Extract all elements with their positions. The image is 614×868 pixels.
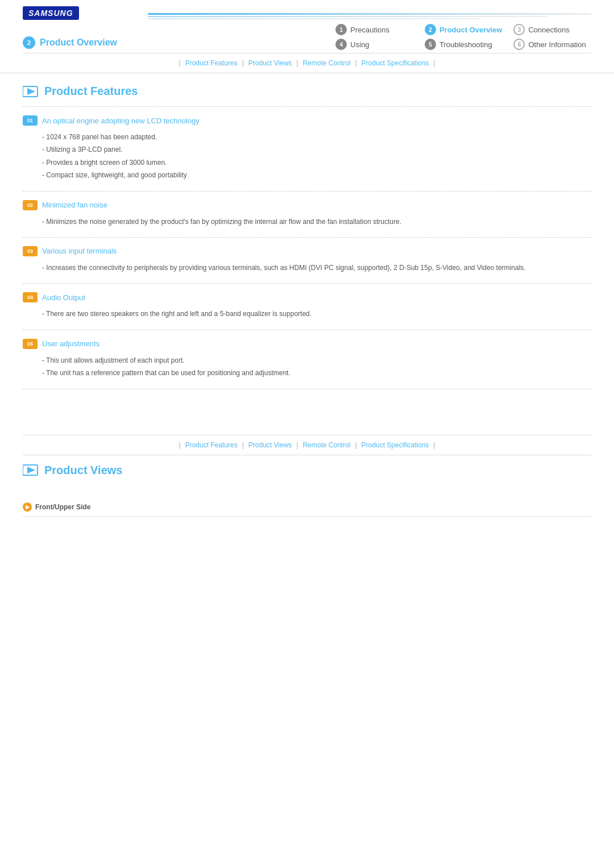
- product-features-header: Product Features: [23, 85, 591, 98]
- sub-label-1: Front/Upper Side: [35, 503, 90, 511]
- section-number: 2: [23, 36, 35, 49]
- feature-3-heading: 03 Various input terminals: [23, 246, 591, 256]
- feature-3-item-1: - Increases the connectivity to peripher…: [42, 262, 591, 273]
- nav-label-3: Connections: [528, 26, 569, 34]
- nav-label-5: Troubleshooting: [439, 40, 492, 49]
- nav-label-1: Precautions: [350, 26, 389, 34]
- sep-2: |: [296, 59, 298, 67]
- feature-3-content: - Increases the connectivity to peripher…: [23, 262, 591, 273]
- nav-link-bottom-product-features[interactable]: Product Features: [185, 441, 238, 449]
- header-deco-lines: [148, 13, 591, 19]
- nav-num-1: 1: [335, 24, 347, 35]
- feature-badge-2: 02: [23, 200, 38, 210]
- nav-links-bottom: | Product Features | Product Views | Rem…: [23, 441, 591, 449]
- feature-item-4: 04 Audio Output - There are two stereo s…: [23, 284, 591, 330]
- nav-num-4: 4: [335, 39, 347, 50]
- feature-item-1: 01 An optical engine adopting new LCD te…: [23, 107, 591, 192]
- nav-item-product-overview[interactable]: 2 Product Overview: [425, 24, 503, 35]
- product-views-section: Product Views ▶ Front/Upper Side: [23, 464, 591, 517]
- nav-link-remote-control[interactable]: Remote Control: [302, 59, 350, 67]
- nav-links-bar-top: | Product Features | Product Views | Rem…: [0, 53, 614, 73]
- nav-item-troubleshooting[interactable]: 5 Troubleshooting: [425, 39, 503, 50]
- nav-num-3: 3: [513, 24, 525, 35]
- nav-label-2: Product Overview: [439, 26, 503, 34]
- nav-label-4: Using: [350, 40, 369, 49]
- feature-3-title: Various input terminals: [42, 247, 117, 255]
- section-label: Product Overview: [40, 38, 117, 48]
- nav-item-connections[interactable]: 3 Connections: [513, 24, 591, 35]
- feature-badge-5: 05: [23, 339, 38, 349]
- feature-badge-4: 04: [23, 292, 38, 302]
- feature-2-content: - Minimizes the noise generated by the p…: [23, 216, 591, 227]
- feature-item-3: 03 Various input terminals - Increases t…: [23, 238, 591, 284]
- product-views-title: Product Views: [44, 464, 122, 477]
- nav-num-6: 6: [513, 39, 525, 50]
- sub-badge-1: ▶: [23, 502, 32, 512]
- svg-marker-3: [27, 467, 35, 474]
- nav-link-product-features[interactable]: Product Features: [185, 59, 238, 67]
- feature-1-item-4: - Compact size, lightweight, and good po…: [42, 169, 591, 181]
- nav-item-precautions[interactable]: 1 Precautions: [335, 24, 413, 35]
- sep-b4: |: [433, 441, 435, 449]
- feature-5-title: User adjustments: [42, 339, 99, 348]
- sep-b3: |: [355, 441, 356, 449]
- sep-3: |: [355, 59, 356, 67]
- main-content: Product Features 01 An optical engine ad…: [0, 73, 614, 528]
- feature-4-content: - There are two stereo speakers on the r…: [23, 308, 591, 319]
- sep-b0: |: [179, 441, 181, 449]
- deco-line-1: [148, 13, 591, 15]
- nav-link-product-specifications[interactable]: Product Specifications: [362, 59, 429, 67]
- feature-4-heading: 04 Audio Output: [23, 292, 591, 302]
- feature-2-item-1: - Minimizes the noise generated by the p…: [42, 216, 591, 227]
- nav-num-5: 5: [425, 39, 436, 50]
- feature-2-title: Minimized fan noise: [42, 201, 107, 209]
- sep-b2: |: [296, 441, 298, 449]
- feature-1-item-2: - Utilizing a 3P-LCD panel.: [42, 144, 591, 155]
- spacer-1: [23, 389, 591, 435]
- front-upper-side-heading: ▶ Front/Upper Side: [23, 502, 591, 517]
- feature-2-heading: 02 Minimized fan noise: [23, 200, 591, 210]
- spacer-2: [23, 485, 591, 494]
- nav-label-6: Other Information: [528, 40, 586, 49]
- feature-5-item-1: - This unit allows adjustment of each in…: [42, 355, 591, 366]
- samsung-logo: SAMSUNG: [23, 9, 148, 18]
- nav-grid: 1 Precautions 2 Product Overview 3 Conne…: [335, 24, 591, 50]
- feature-item-5: 05 User adjustments - This unit allows a…: [23, 330, 591, 389]
- header-right: 1 Precautions 2 Product Overview 3 Conne…: [148, 9, 591, 50]
- sep-b1: |: [242, 441, 244, 449]
- nav-link-product-views[interactable]: Product Views: [248, 59, 292, 67]
- feature-item-2: 02 Minimized fan noise - Minimizes the n…: [23, 192, 591, 238]
- feature-5-item-2: - The unit has a reference pattern that …: [42, 367, 591, 379]
- feature-5-heading: 05 User adjustments: [23, 339, 591, 349]
- nav-link-bottom-remote-control[interactable]: Remote Control: [302, 441, 350, 449]
- feature-1-item-3: - Provides a bright screen of 3000 lumen…: [42, 157, 591, 168]
- product-features-title: Product Features: [44, 85, 138, 98]
- feature-1-content: - 1024 x 768 panel has been adapted. - U…: [23, 131, 591, 181]
- sep-1: |: [242, 59, 244, 67]
- nav-links-top: | Product Features | Product Views | Rem…: [23, 59, 591, 67]
- deco-line-3: [148, 18, 480, 19]
- feature-badge-1: 01: [23, 115, 38, 126]
- feature-1-title: An optical engine adopting new LCD techn…: [42, 117, 200, 125]
- feature-1-item-1: - 1024 x 768 panel has been adapted.: [42, 131, 591, 143]
- nav-link-bottom-product-views[interactable]: Product Views: [248, 441, 292, 449]
- nav-num-2: 2: [425, 24, 436, 35]
- feature-4-title: Audio Output: [42, 293, 85, 302]
- nav-item-other-info[interactable]: 6 Other Information: [513, 39, 591, 50]
- feature-4-item-1: - There are two stereo speakers on the r…: [42, 308, 591, 319]
- feature-badge-3: 03: [23, 246, 38, 256]
- sep-0: |: [179, 59, 181, 67]
- nav-link-bottom-product-specifications[interactable]: Product Specifications: [362, 441, 429, 449]
- svg-marker-1: [27, 88, 35, 95]
- product-views-header: Product Views: [23, 464, 591, 477]
- deco-line-2: [148, 16, 547, 17]
- nav-item-using[interactable]: 4 Using: [335, 39, 413, 50]
- feature-5-content: - This unit allows adjustment of each in…: [23, 355, 591, 379]
- sep-4: |: [433, 59, 435, 67]
- nav-links-bar-bottom: | Product Features | Product Views | Rem…: [23, 435, 591, 455]
- header-left: SAMSUNG 2 Product Overview: [23, 9, 148, 49]
- section-icon-features: [23, 85, 39, 98]
- section-icon-views: [23, 464, 39, 476]
- feature-1-heading: 01 An optical engine adopting new LCD te…: [23, 115, 591, 126]
- page-header: SAMSUNG 2 Product Overview 1 Precautions…: [0, 0, 614, 53]
